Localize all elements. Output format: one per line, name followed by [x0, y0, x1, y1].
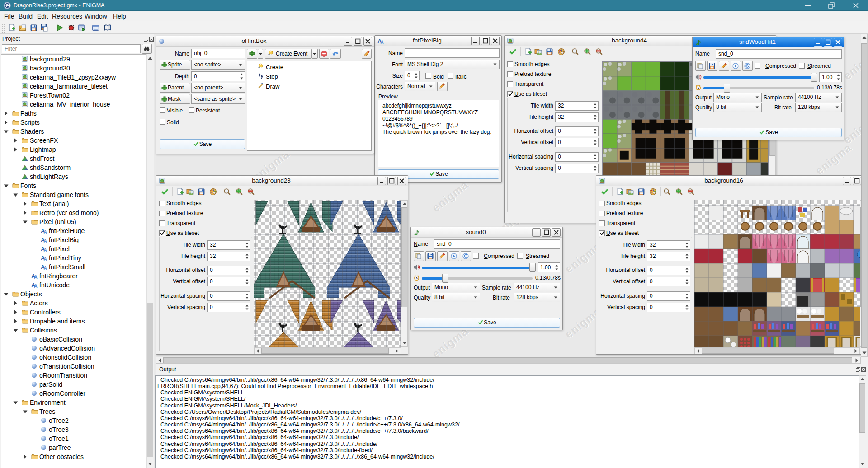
svg-text:A: A	[44, 248, 47, 252]
svg-text:A: A	[44, 266, 47, 270]
svg-text:A: A	[381, 40, 384, 44]
svg-text:A: A	[44, 229, 47, 234]
svg-text:A: A	[44, 257, 47, 261]
svg-text:A: A	[44, 239, 47, 243]
svg-text:A: A	[34, 284, 38, 288]
svg-text:A: A	[34, 275, 38, 279]
